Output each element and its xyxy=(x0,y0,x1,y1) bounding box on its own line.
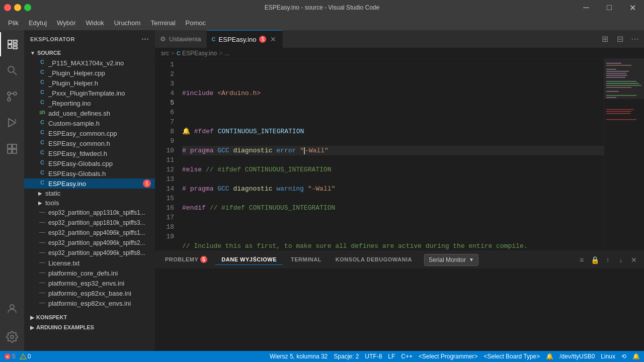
menu-terminal[interactable]: Terminal xyxy=(146,18,179,28)
file-esp32-part3[interactable]: — esp32_partition_app4096k_spiffs1... xyxy=(24,228,155,238)
panel-menu-icon[interactable]: ≡ xyxy=(576,254,588,266)
tab-close-button[interactable]: ✕ xyxy=(269,35,277,43)
breadcrumb-src[interactable]: src xyxy=(161,50,169,57)
file-espeasy-fdw[interactable]: C ESPEasy_fdwdecl.h xyxy=(24,148,155,158)
folder-static[interactable]: ▶ static xyxy=(24,189,155,198)
file-add-uses[interactable]: sh add_uses_defines.sh xyxy=(24,108,155,118)
max-dot[interactable]: □ xyxy=(24,4,31,11)
panel-down-icon[interactable]: ↓ xyxy=(615,254,627,266)
close-button[interactable]: ✕ xyxy=(621,0,644,15)
ini7-icon: — xyxy=(38,279,46,287)
minimap[interactable] xyxy=(604,59,644,250)
line-numbers: 1 2 3 4 5 6 7 8 9 10 11 12 13 14 15 16 1… xyxy=(155,59,178,250)
source-folder[interactable]: ▼ SOURCE xyxy=(24,48,155,58)
maximize-button[interactable]: □ xyxy=(598,0,621,15)
menu-edytuj[interactable]: Edytuj xyxy=(25,18,51,28)
cursor-position[interactable]: Wiersz 5, kolumna 32 xyxy=(270,353,328,360)
svg-point-3 xyxy=(14,92,17,95)
minimize-button[interactable]: ─ xyxy=(575,0,598,15)
port[interactable]: /dev/ttyUSB0 xyxy=(559,353,595,360)
file-reporting[interactable]: C _Reporting.ino xyxy=(24,98,155,108)
tab-espeasy-ino[interactable]: C ESPEasy.ino 5 ✕ xyxy=(207,30,283,48)
svg-marker-7 xyxy=(9,119,16,127)
file-plugin-helper-h[interactable]: C _Plugin_Helper.h xyxy=(24,78,155,88)
menu-pomoc[interactable]: Pomoc xyxy=(182,18,210,28)
status-warnings[interactable]: ! 0 xyxy=(20,353,31,360)
file-espeasy-common-h[interactable]: C ESPEasy_common.h xyxy=(24,138,155,148)
tab-label: Ustawienia xyxy=(169,35,201,43)
tab-label: ESPEasy.ino xyxy=(219,36,257,43)
close-dot[interactable]: ✕ xyxy=(4,4,11,11)
file-pio-core[interactable]: — platformio_core_defs.ini xyxy=(24,268,155,278)
customize-layout-icon[interactable]: ⋯ xyxy=(628,32,642,46)
file-esp32-part2[interactable]: — esp32_partition_app1810k_spiffs3... xyxy=(24,218,155,228)
file-pio-esp82-base[interactable]: — platformio_esp82xx_base.ini xyxy=(24,288,155,298)
file-p115[interactable]: C _P115_MAX1704x_v2.ino xyxy=(24,58,155,68)
h3-icon: C xyxy=(38,139,46,147)
file-pio-esp32[interactable]: — platformio_esp32_envs.ini xyxy=(24,278,155,288)
code-line-6: #else // #ifdef CONTINUOUS_INTEGRATION xyxy=(182,165,604,174)
file-espeasy-common-cpp[interactable]: C ESPEasy_common.cpp xyxy=(24,128,155,138)
panel-tab-konsola[interactable]: KONSOLA DEBUGOWANIA xyxy=(330,254,418,265)
editor[interactable]: 1 2 3 4 5 6 7 8 9 10 11 12 13 14 15 16 1… xyxy=(155,59,644,250)
file-esp32-part4[interactable]: — esp32_partition_app4096k_spiffs2... xyxy=(24,238,155,248)
dropdown-chevron-icon: ▼ xyxy=(469,257,474,262)
activitybar-search[interactable] xyxy=(0,58,24,82)
activitybar-settings[interactable] xyxy=(0,325,24,349)
file-custom-sample[interactable]: C Custom-sample.h xyxy=(24,118,155,128)
activitybar-accounts[interactable] xyxy=(0,297,24,321)
panel-close-icon[interactable]: ✕ xyxy=(628,254,640,266)
file-pio-esp82-envs[interactable]: — platformio_esp82xx_envs.ini xyxy=(24,298,155,308)
file-esp32-part1[interactable]: — esp32_partition_app1310k_spiffs1... xyxy=(24,208,155,218)
file-pxxx[interactable]: C _Pxxx_PluginTemplate.ino xyxy=(24,88,155,98)
activitybar-source-control[interactable] xyxy=(0,84,24,109)
breadcrumb-sep1: > xyxy=(171,50,175,57)
board-type[interactable]: <Select Board Type> xyxy=(484,353,540,360)
arduino-examples-section[interactable]: ▶ ARDUINO EXAMPLES xyxy=(24,322,155,332)
notifications-icon[interactable]: 🔔 xyxy=(632,353,640,360)
bell-status-icon[interactable]: 🔔 xyxy=(546,353,553,360)
tab-settings[interactable]: ⚙ Ustawienia xyxy=(155,30,207,48)
file-license[interactable]: — License.txt xyxy=(24,258,155,268)
ino-active-icon: C xyxy=(38,179,46,188)
file-espeasy-globals-h[interactable]: C ESPEasy-Globals.h xyxy=(24,168,155,178)
txt-icon: — xyxy=(38,259,46,267)
breadcrumb-espeasy[interactable]: C ESPEasy.ino xyxy=(177,50,217,57)
language-mode[interactable]: C++ xyxy=(401,353,413,360)
encoding[interactable]: UTF-8 xyxy=(365,353,382,360)
file-espeasy-ino[interactable]: C ESPEasy.ino 5 xyxy=(24,178,155,189)
filename: _Plugin_Helper.cpp xyxy=(48,69,105,77)
sidebar-more-icon[interactable]: ··· xyxy=(141,35,149,44)
konspekt-section[interactable]: ▶ KONSPEKT xyxy=(24,312,155,322)
indentation[interactable]: Spacje: 2 xyxy=(334,353,359,360)
panel-up-icon[interactable]: ↑ xyxy=(602,254,614,266)
activitybar-explorer[interactable] xyxy=(0,32,24,56)
menu-widok[interactable]: Widok xyxy=(82,18,108,28)
status-errors[interactable]: ✕ 5 xyxy=(4,353,16,360)
menu-uruchom[interactable]: Uruchom xyxy=(110,18,145,28)
menu-plik[interactable]: Plik xyxy=(4,18,23,28)
toggle-panel-icon[interactable]: ⊟ xyxy=(613,32,627,46)
panel-tab-terminal[interactable]: TERMINAL xyxy=(285,254,328,265)
min-dot[interactable]: ─ xyxy=(14,4,21,11)
file-espeasy-globals-cpp[interactable]: C ESPEasy-Globals.cpp xyxy=(24,158,155,168)
file-esp32-part5[interactable]: — esp32_partition_app4096k_spiffs8... xyxy=(24,248,155,258)
code-line-7: # pragma GCC diagnostic warning "-Wall" xyxy=(182,184,604,194)
panel-content[interactable] xyxy=(155,268,644,351)
code-editor[interactable]: #include <Arduino.h> 🔔 #fdef CONTINUOUS_… xyxy=(178,59,604,250)
panel-dropdown-serial[interactable]: Serial Monitor ▼ xyxy=(424,254,478,266)
breadcrumb-more[interactable]: ... xyxy=(224,50,229,57)
panel-tab-dane[interactable]: DANE WYJŚCIOWE xyxy=(215,254,283,265)
activitybar-extensions[interactable] xyxy=(0,137,24,161)
menu-wybor[interactable]: Wybór xyxy=(53,18,79,28)
panel-tab-problemy[interactable]: PROBLEMY5 xyxy=(159,254,213,265)
panel-lock-icon[interactable]: 🔒 xyxy=(589,254,601,266)
programmer[interactable]: <Select Programmer> xyxy=(419,353,477,360)
activitybar-run[interactable] xyxy=(0,111,24,135)
file-plugin-helper-cpp[interactable]: C _Plugin_Helper.cpp xyxy=(24,68,155,78)
os[interactable]: Linux xyxy=(601,353,615,360)
remote-icon[interactable]: ⟲ xyxy=(621,353,626,360)
folder-tools[interactable]: ▶ tools xyxy=(24,198,155,208)
split-editor-icon[interactable]: ⊞ xyxy=(598,32,612,46)
line-ending[interactable]: LF xyxy=(388,353,395,360)
